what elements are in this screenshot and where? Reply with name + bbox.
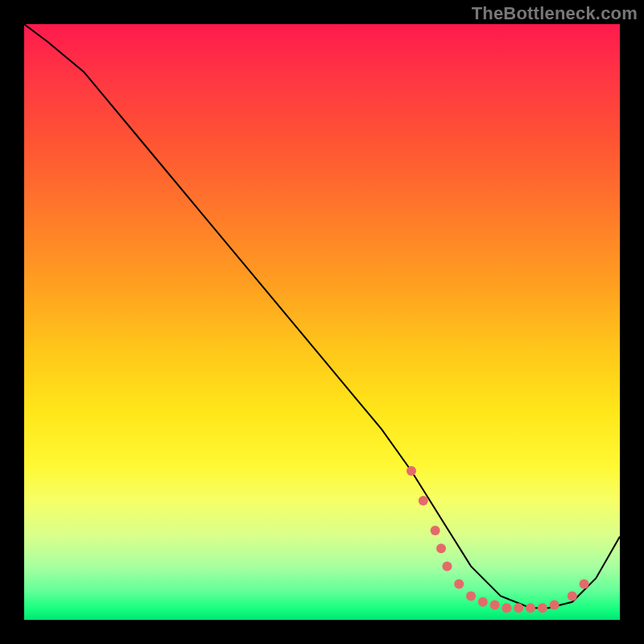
marker-point — [502, 603, 511, 613]
marker-point — [419, 496, 428, 506]
curve-line — [24, 24, 620, 608]
marker-point — [436, 543, 446, 553]
chart-svg — [24, 24, 620, 620]
marker-point — [580, 580, 589, 589]
marker-point — [431, 526, 440, 535]
attribution-text: TheBottleneck.com — [472, 3, 638, 24]
chart-frame: TheBottleneck.com — [0, 0, 644, 644]
marker-point — [526, 603, 535, 613]
plot-area — [24, 24, 620, 620]
marker-point — [478, 597, 488, 607]
marker-point — [490, 601, 500, 610]
marker-point — [568, 591, 577, 601]
marker-point — [550, 601, 559, 610]
trough-markers — [407, 466, 589, 613]
marker-point — [514, 603, 523, 613]
marker-point — [442, 561, 452, 571]
marker-point — [407, 466, 416, 476]
marker-point — [538, 603, 547, 613]
marker-point — [454, 580, 464, 589]
marker-point — [466, 591, 476, 601]
